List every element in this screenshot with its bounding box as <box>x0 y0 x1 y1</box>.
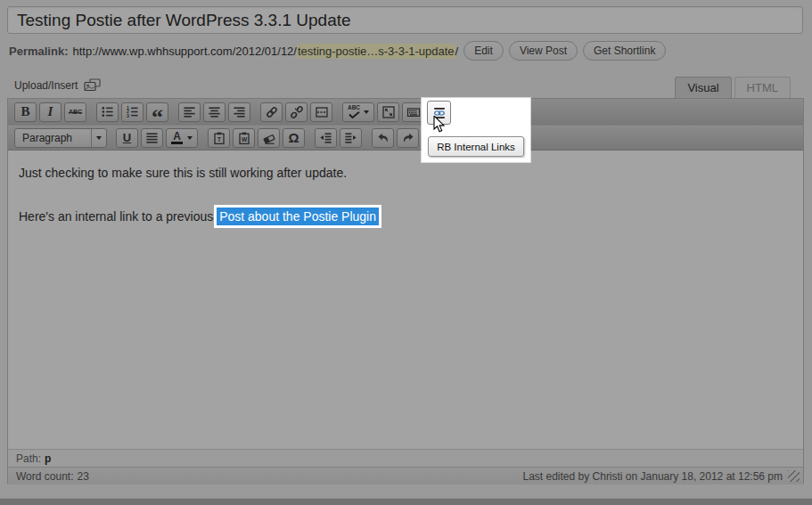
rb-internal-links-spotlight: RB Internal Links <box>422 98 530 162</box>
mouse-cursor-icon <box>433 116 447 134</box>
selected-internal-link-text[interactable]: Post about the Postie Plugin <box>217 208 379 225</box>
dim-overlay <box>0 0 812 505</box>
rb-internal-links-tooltip: RB Internal Links <box>428 136 524 157</box>
